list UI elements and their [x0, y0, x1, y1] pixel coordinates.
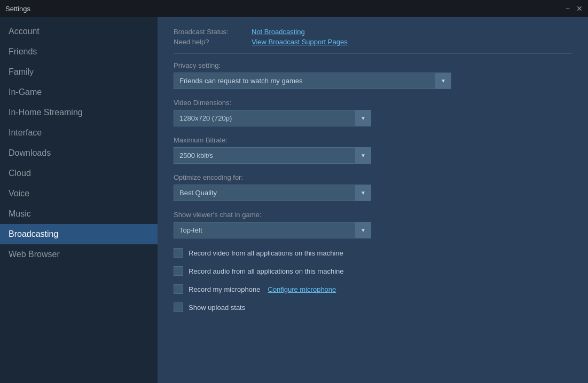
checkbox-upload-stats-label: Show upload stats — [189, 304, 245, 312]
privacy-label: Privacy setting: — [174, 61, 572, 69]
checkbox-upload-stats[interactable] — [174, 302, 183, 312]
sidebar-item-downloads[interactable]: Downloads — [0, 143, 158, 163]
video-dim-group: Video Dimensions: 1280x720 (720p) — [174, 99, 572, 126]
checkbox-row-1: Record video from all applications on th… — [174, 248, 572, 258]
bitrate-select-wrapper: 2500 kbit/s — [174, 147, 371, 164]
bitrate-label: Maximum Bitrate: — [174, 136, 572, 144]
checkbox-record-video-label: Record video from all applications on th… — [189, 249, 343, 257]
configure-microphone-link[interactable]: Configure microphone — [268, 285, 336, 293]
need-help-label: Need help? — [174, 38, 243, 46]
chat-select-wrapper: Top-left — [174, 222, 371, 238]
optimize-group: Optimize encoding for: Best Quality — [174, 173, 572, 201]
settings-window: Settings − ✕ Account Friends Family In-G… — [0, 0, 588, 383]
sidebar-item-broadcasting[interactable]: Broadcasting — [0, 224, 158, 244]
broadcast-status-value[interactable]: Not Broadcasting — [252, 28, 305, 36]
optimize-select[interactable]: Best Quality — [174, 185, 371, 201]
checkbox-record-audio-label: Record audio from all applications on th… — [189, 267, 344, 275]
privacy-group: Privacy setting: Friends can request to … — [174, 61, 572, 89]
optimize-select-wrapper: Best Quality — [174, 185, 371, 201]
sidebar-item-web-browser[interactable]: Web Browser — [0, 244, 158, 265]
checkbox-row-4: Show upload stats — [174, 302, 572, 312]
video-dim-select[interactable]: 1280x720 (720p) — [174, 110, 371, 126]
broadcast-status-row: Broadcast Status: Not Broadcasting — [174, 28, 572, 36]
bitrate-group: Maximum Bitrate: 2500 kbit/s — [174, 136, 572, 164]
sidebar-item-interface[interactable]: Interface — [0, 123, 158, 143]
window-title: Settings — [5, 5, 30, 13]
main-panel: Broadcast Status: Not Broadcasting Need … — [158, 17, 588, 383]
content-area: Account Friends Family In-Game In-Home S… — [0, 17, 588, 383]
sidebar-item-voice[interactable]: Voice — [0, 183, 158, 204]
titlebar-controls: − ✕ — [566, 5, 583, 12]
broadcast-status-label: Broadcast Status: — [174, 28, 243, 36]
checkbox-record-video[interactable] — [174, 248, 183, 258]
minimize-button[interactable]: − — [566, 5, 570, 12]
sidebar-item-in-home-streaming[interactable]: In-Home Streaming — [0, 102, 158, 123]
sidebar: Account Friends Family In-Game In-Home S… — [0, 17, 158, 383]
chat-select[interactable]: Top-left — [174, 222, 371, 238]
checkbox-record-mic[interactable] — [174, 284, 183, 294]
broadcast-support-link[interactable]: View Broadcast Support Pages — [252, 38, 348, 46]
checkbox-record-audio[interactable] — [174, 266, 183, 276]
sidebar-item-cloud[interactable]: Cloud — [0, 163, 158, 183]
video-dim-label: Video Dimensions: — [174, 99, 572, 107]
privacy-select[interactable]: Friends can request to watch my games — [174, 73, 451, 89]
chat-group: Show viewer's chat in game: Top-left — [174, 211, 572, 238]
close-button[interactable]: ✕ — [576, 5, 583, 12]
bitrate-select[interactable]: 2500 kbit/s — [174, 147, 371, 164]
sidebar-item-in-game[interactable]: In-Game — [0, 82, 158, 102]
chat-label: Show viewer's chat in game: — [174, 211, 572, 219]
privacy-select-wrapper: Friends can request to watch my games — [174, 73, 451, 89]
checkbox-record-mic-label: Record my microphone — [189, 285, 260, 293]
checkbox-row-3: Record my microphone Configure microphon… — [174, 284, 572, 294]
sidebar-item-account[interactable]: Account — [0, 21, 158, 42]
sidebar-item-friends[interactable]: Friends — [0, 42, 158, 62]
video-dim-select-wrapper: 1280x720 (720p) — [174, 110, 371, 126]
titlebar: Settings − ✕ — [0, 0, 588, 17]
checkbox-row-2: Record audio from all applications on th… — [174, 266, 572, 276]
optimize-label: Optimize encoding for: — [174, 173, 572, 181]
divider-1 — [174, 53, 572, 54]
sidebar-item-music[interactable]: Music — [0, 204, 158, 224]
sidebar-item-family[interactable]: Family — [0, 62, 158, 82]
need-help-row: Need help? View Broadcast Support Pages — [174, 38, 572, 46]
